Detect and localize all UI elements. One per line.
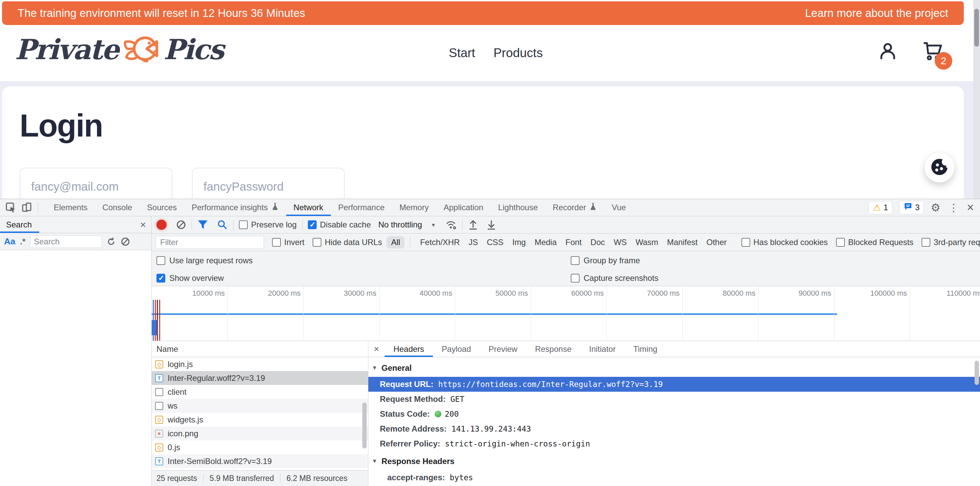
- inspect-element-icon[interactable]: [5, 202, 16, 213]
- network-conditions-icon[interactable]: [445, 219, 457, 230]
- request-row[interactable]: client: [152, 385, 368, 399]
- name-column-header[interactable]: Name: [152, 341, 368, 357]
- type-filter-media[interactable]: Media: [530, 236, 561, 249]
- details-tab-timing[interactable]: Timing: [625, 341, 666, 357]
- details-tab-strip: HeadersPayloadPreviewResponseInitiatorTi…: [385, 341, 666, 357]
- network-search-icon[interactable]: [217, 219, 228, 230]
- regex-toggle[interactable]: .*: [20, 237, 25, 246]
- page-scrollbar[interactable]: [973, 0, 980, 199]
- details-tab-initiator[interactable]: Initiator: [580, 341, 625, 357]
- banner-link[interactable]: Learn more about the project: [805, 7, 948, 20]
- tab-vue[interactable]: Vue: [604, 199, 633, 216]
- messages-badge[interactable]: 3: [899, 201, 924, 214]
- tab-sources[interactable]: Sources: [140, 199, 184, 216]
- email-field[interactable]: [20, 167, 172, 199]
- hide-data-urls-checkbox[interactable]: [313, 238, 321, 247]
- request-name: 0.js: [168, 443, 180, 452]
- filter-funnel-icon[interactable]: [197, 220, 208, 230]
- invert-checkbox[interactable]: [272, 238, 281, 247]
- request-list-scrollbar-thumb[interactable]: [362, 403, 367, 448]
- blocked-requests-checkbox[interactable]: [836, 238, 845, 247]
- record-button[interactable]: [156, 220, 167, 230]
- cart-button[interactable]: 2: [923, 41, 943, 62]
- third-party-requests-checkbox[interactable]: [921, 238, 930, 247]
- type-filter-all[interactable]: All: [387, 236, 404, 249]
- network-options: Use large request rows Show overview Gro…: [152, 251, 980, 286]
- account-icon[interactable]: [878, 41, 897, 62]
- tab-console[interactable]: Console: [95, 199, 140, 216]
- refresh-icon[interactable]: [107, 237, 116, 246]
- request-row[interactable]: ws: [152, 399, 368, 413]
- import-har-icon[interactable]: [468, 219, 478, 230]
- type-filter-other[interactable]: Other: [702, 236, 731, 249]
- response-headers-section-header[interactable]: ▼ Response Headers: [368, 451, 980, 470]
- clear-search-icon[interactable]: [121, 237, 130, 246]
- request-row[interactable]: ◇login.js: [152, 357, 368, 371]
- network-overview[interactable]: 10000 ms20000 ms30000 ms40000 ms50000 ms…: [152, 286, 980, 341]
- details-tabbar: × HeadersPayloadPreviewResponseInitiator…: [368, 341, 980, 357]
- doc-file-icon: [155, 388, 163, 396]
- request-row[interactable]: ◇0.js: [152, 440, 368, 454]
- search-input[interactable]: [30, 236, 102, 248]
- type-filter-doc[interactable]: Doc: [586, 236, 609, 249]
- has-blocked-cookies-checkbox[interactable]: [741, 238, 750, 247]
- type-filter-img[interactable]: Img: [508, 236, 530, 249]
- close-devtools-icon[interactable]: ×: [967, 201, 974, 214]
- general-section-header[interactable]: ▼ General: [368, 357, 980, 377]
- type-filter-js[interactable]: JS: [464, 236, 482, 249]
- capture-screenshots-checkbox[interactable]: [571, 274, 579, 282]
- tab-performance[interactable]: Performance: [331, 199, 392, 216]
- group-by-frame-checkbox[interactable]: [571, 256, 579, 265]
- header-kv-row[interactable]: Request URL:https://fontideas.com/Inter-…: [368, 377, 980, 392]
- tab-recorder[interactable]: Recorder: [546, 199, 605, 216]
- tab-label: Recorder: [553, 203, 586, 212]
- request-row[interactable]: ×icon.png: [152, 427, 368, 440]
- clear-network-log-icon[interactable]: [176, 220, 186, 230]
- filter-input[interactable]: [156, 236, 264, 249]
- show-overview-checkbox[interactable]: [156, 274, 165, 282]
- js-file-icon: ◇: [155, 443, 163, 451]
- close-details-icon[interactable]: ×: [368, 344, 385, 355]
- page-scrollbar-thumb[interactable]: [974, 9, 979, 47]
- details-scrollbar-thumb[interactable]: [975, 361, 979, 385]
- details-tab-headers[interactable]: Headers: [385, 341, 433, 357]
- tab-application[interactable]: Application: [436, 199, 491, 216]
- type-filter-wasm[interactable]: Wasm: [631, 236, 663, 249]
- device-toolbar-icon[interactable]: [22, 202, 32, 213]
- tab-network[interactable]: Network: [286, 199, 331, 216]
- nav-item-start[interactable]: Start: [449, 46, 475, 60]
- tab-lighthouse[interactable]: Lighthouse: [491, 199, 545, 216]
- summary-requests: 25 requests: [156, 474, 197, 483]
- search-tab[interactable]: Search: [0, 216, 39, 233]
- type-filter-css[interactable]: CSS: [482, 236, 508, 249]
- tab-memory[interactable]: Memory: [392, 199, 436, 216]
- tab-elements[interactable]: Elements: [46, 199, 95, 216]
- cookie-settings-button[interactable]: [924, 153, 954, 183]
- details-tab-response[interactable]: Response: [526, 341, 580, 357]
- disable-cache-checkbox[interactable]: [308, 220, 317, 229]
- close-search-icon[interactable]: ×: [140, 219, 146, 231]
- request-row[interactable]: TInter-SemiBold.woff2?v=3.19: [152, 454, 368, 468]
- throttling-select[interactable]: No throttling ▼: [378, 220, 436, 229]
- nav-item-products[interactable]: Products: [493, 46, 543, 60]
- details-tab-preview[interactable]: Preview: [480, 341, 526, 357]
- match-case-toggle[interactable]: Aa: [4, 236, 15, 247]
- network-summary-bar: 25 requests 5.9 MB transferred 6.2 MB re…: [152, 470, 368, 486]
- export-har-icon[interactable]: [486, 219, 496, 230]
- tab-performance-insights[interactable]: Performance insights: [184, 199, 286, 216]
- type-filter-fetch-xhr[interactable]: Fetch/XHR: [416, 236, 464, 249]
- type-filter-font[interactable]: Font: [561, 236, 586, 249]
- type-filter-ws[interactable]: WS: [609, 236, 631, 249]
- use-large-request-rows-checkbox[interactable]: [156, 256, 165, 265]
- details-tab-payload[interactable]: Payload: [433, 341, 480, 357]
- type-filter-manifest[interactable]: Manifest: [663, 236, 702, 249]
- request-row[interactable]: ◇widgets.js: [152, 413, 368, 427]
- warning-count: 1: [884, 203, 888, 212]
- request-row[interactable]: TInter-Regular.woff2?v=3.19: [152, 371, 368, 385]
- preserve-log-checkbox[interactable]: [239, 220, 248, 229]
- settings-gear-icon[interactable]: ⚙: [931, 201, 940, 214]
- password-field[interactable]: [192, 167, 345, 199]
- more-options-icon[interactable]: ⋮: [947, 202, 960, 214]
- site-logo[interactable]: Private Pics: [15, 32, 223, 66]
- warnings-badge[interactable]: ⚠ 1: [869, 201, 892, 214]
